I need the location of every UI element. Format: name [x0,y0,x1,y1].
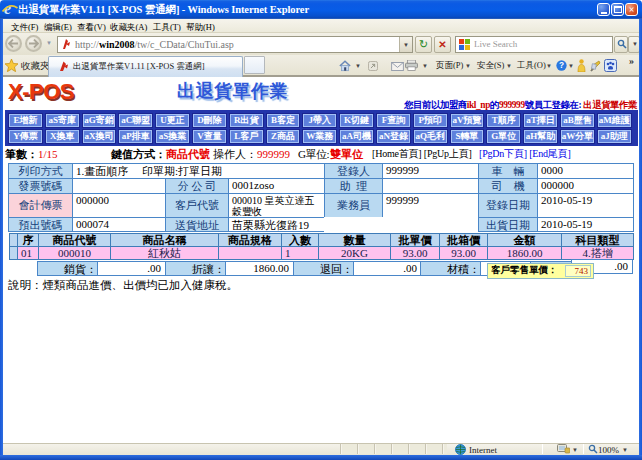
svg-text:?: ? [559,61,564,70]
